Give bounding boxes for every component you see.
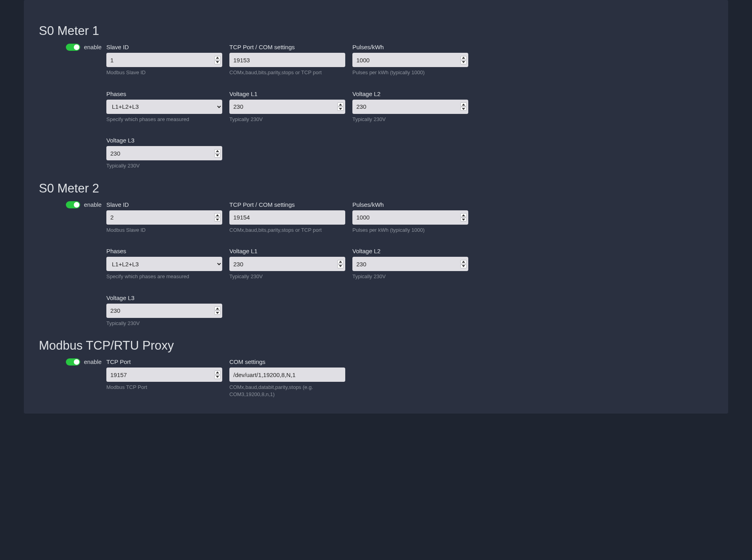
help: Modbus TCP Port: [106, 384, 222, 391]
section-title-proxy: Modbus TCP/RTU Proxy: [39, 339, 713, 353]
field-slave-id-m2: Slave ID Modbus Slave ID: [106, 201, 222, 234]
stepper-up-icon[interactable]: [460, 213, 467, 217]
label: Voltage L2: [352, 90, 468, 97]
field-phases-m1: Phases L1+L2+L3 Specify which phases are…: [106, 90, 222, 123]
pulses-input-m2[interactable]: [352, 210, 468, 225]
label: Voltage L1: [229, 248, 345, 254]
proxy-port-input[interactable]: [106, 368, 222, 382]
pulses-input-m1[interactable]: [352, 53, 468, 67]
field-vl1-m1: Voltage L1 Typically 230V: [229, 90, 345, 123]
label: TCP Port / COM settings: [229, 201, 345, 208]
help: COMx,baud,bits,parity,stops or TCP port: [229, 227, 345, 234]
enable-label: enable: [84, 359, 102, 365]
label: Slave ID: [106, 201, 222, 208]
field-phases-m2: Phases L1+L2+L3 Specify which phases are…: [106, 248, 222, 280]
label: Pulses/kWh: [352, 44, 468, 50]
stepper-up-icon[interactable]: [214, 213, 221, 217]
vl1-input-m2[interactable]: [229, 257, 345, 271]
stepper-up-icon[interactable]: [337, 260, 344, 264]
vl2-input-m2[interactable]: [352, 257, 468, 271]
vl3-input-m2[interactable]: [106, 304, 222, 318]
field-pulses-m2: Pulses/kWh Pulses per kWh (typically 100…: [352, 201, 468, 234]
vl3-input-m1[interactable]: [106, 146, 222, 160]
help: Modbus Slave ID: [106, 227, 222, 234]
stepper-down-icon[interactable]: [460, 107, 467, 111]
field-vl2-m1: Voltage L2 Typically 230V: [352, 90, 468, 123]
stepper-down-icon[interactable]: [460, 217, 467, 221]
field-tcp-m2: TCP Port / COM settings COMx,baud,bits,p…: [229, 201, 345, 234]
enable-toggle-proxy[interactable]: [66, 358, 80, 366]
phases-select-m2[interactable]: L1+L2+L3: [106, 257, 222, 271]
tcp-input-m2[interactable]: [229, 210, 345, 225]
stepper-up-icon[interactable]: [460, 56, 467, 60]
stepper-up-icon[interactable]: [460, 260, 467, 264]
stepper-down-icon[interactable]: [460, 60, 467, 64]
label: Phases: [106, 90, 222, 97]
field-vl1-m2: Voltage L1 Typically 230V: [229, 248, 345, 280]
help: COMx,baud,databit,parity,stops (e.g. COM…: [229, 384, 345, 398]
stepper-down-icon[interactable]: [460, 264, 467, 268]
label: Voltage L3: [106, 294, 222, 301]
stepper-down-icon[interactable]: [214, 60, 221, 64]
stepper-up-icon[interactable]: [460, 102, 467, 106]
label: TCP Port: [106, 358, 222, 365]
stepper-up-icon[interactable]: [214, 371, 221, 375]
stepper-up-icon[interactable]: [214, 56, 221, 60]
help: Pulses per kWh (typically 1000): [352, 69, 468, 76]
field-vl3-m2: Voltage L3 Typically 230V: [106, 294, 222, 327]
stepper-down-icon[interactable]: [337, 107, 344, 111]
help: Typically 230V: [229, 116, 345, 123]
stepper-down-icon[interactable]: [214, 311, 221, 315]
help: Typically 230V: [352, 116, 468, 123]
slave-id-input-m1[interactable]: [106, 53, 222, 67]
stepper-up-icon[interactable]: [337, 102, 344, 106]
section-title-meter1: S0 Meter 1: [39, 24, 713, 38]
slave-id-input-m2[interactable]: [106, 210, 222, 225]
help: Typically 230V: [229, 273, 345, 280]
field-proxy-port: TCP Port Modbus TCP Port: [106, 358, 222, 398]
label: Voltage L1: [229, 90, 345, 97]
stepper-up-icon[interactable]: [214, 306, 221, 310]
stepper-down-icon[interactable]: [337, 264, 344, 268]
stepper-down-icon[interactable]: [214, 375, 221, 379]
enable-toggle-meter1[interactable]: [66, 44, 80, 51]
label: COM settings: [229, 358, 345, 365]
help: Modbus Slave ID: [106, 69, 222, 76]
label: Slave ID: [106, 44, 222, 50]
field-slave-id-m1: Slave ID Modbus Slave ID: [106, 44, 222, 76]
field-proxy-com: COM settings COMx,baud,databit,parity,st…: [229, 358, 345, 398]
stepper-down-icon[interactable]: [214, 217, 221, 221]
tcp-input-m1[interactable]: [229, 53, 345, 67]
stepper-down-icon[interactable]: [214, 154, 221, 158]
enable-label: enable: [84, 44, 102, 50]
field-vl2-m2: Voltage L2 Typically 230V: [352, 248, 468, 280]
field-vl3-m1: Voltage L3 Typically 230V: [106, 137, 222, 169]
help: Typically 230V: [106, 162, 222, 169]
label: TCP Port / COM settings: [229, 44, 345, 50]
label: Voltage L2: [352, 248, 468, 254]
vl1-input-m1[interactable]: [229, 100, 345, 114]
help: Specify which phases are measured: [106, 116, 222, 123]
label: Phases: [106, 248, 222, 254]
help: Typically 230V: [106, 320, 222, 327]
help: Typically 230V: [352, 273, 468, 280]
help: Pulses per kWh (typically 1000): [352, 227, 468, 234]
enable-toggle-meter2[interactable]: [66, 201, 80, 208]
phases-select-m1[interactable]: L1+L2+L3: [106, 100, 222, 114]
vl2-input-m1[interactable]: [352, 100, 468, 114]
section-title-meter2: S0 Meter 2: [39, 181, 713, 196]
field-pulses-m1: Pulses/kWh Pulses per kWh (typically 100…: [352, 44, 468, 76]
help: Specify which phases are measured: [106, 273, 222, 280]
stepper-up-icon[interactable]: [214, 149, 221, 153]
field-tcp-m1: TCP Port / COM settings COMx,baud,bits,p…: [229, 44, 345, 76]
help: COMx,baud,bits,parity,stops or TCP port: [229, 69, 345, 76]
label: Voltage L3: [106, 137, 222, 144]
proxy-com-input[interactable]: [229, 368, 345, 382]
settings-panel: S0 Meter 1 enable Slave ID Modbus Slave …: [24, 0, 728, 414]
label: Pulses/kWh: [352, 201, 468, 208]
enable-label: enable: [84, 202, 102, 208]
